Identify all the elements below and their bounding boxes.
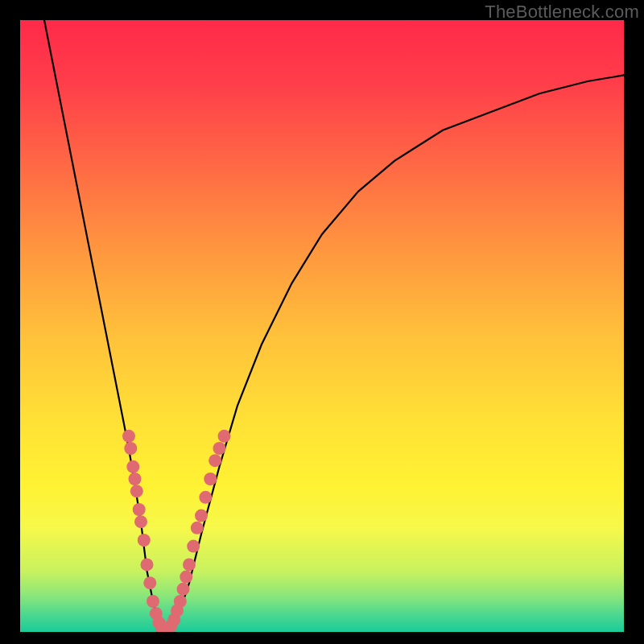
data-point	[129, 473, 142, 485]
data-point	[124, 442, 137, 455]
bottleneck-curve	[44, 20, 624, 632]
data-point	[138, 534, 151, 547]
data-point	[133, 503, 146, 516]
data-point	[134, 515, 147, 528]
data-point	[147, 595, 159, 608]
data-point	[174, 595, 187, 608]
data-point	[130, 485, 143, 497]
data-point	[122, 430, 135, 443]
chart-plot-area	[20, 20, 624, 632]
chart-svg	[20, 20, 624, 632]
data-point	[208, 454, 221, 467]
data-point	[183, 558, 196, 571]
data-point	[199, 491, 212, 504]
data-point	[126, 460, 139, 473]
data-point	[213, 442, 226, 455]
data-point	[187, 540, 200, 553]
data-points-group	[122, 430, 231, 632]
data-point	[218, 430, 231, 443]
data-point	[191, 522, 204, 535]
watermark-label: TheBottleneck.com	[485, 2, 639, 23]
data-point	[143, 576, 156, 589]
data-point	[180, 571, 192, 584]
data-point	[177, 583, 190, 596]
data-point	[204, 473, 217, 485]
data-point	[141, 558, 154, 571]
data-point	[195, 510, 208, 522]
